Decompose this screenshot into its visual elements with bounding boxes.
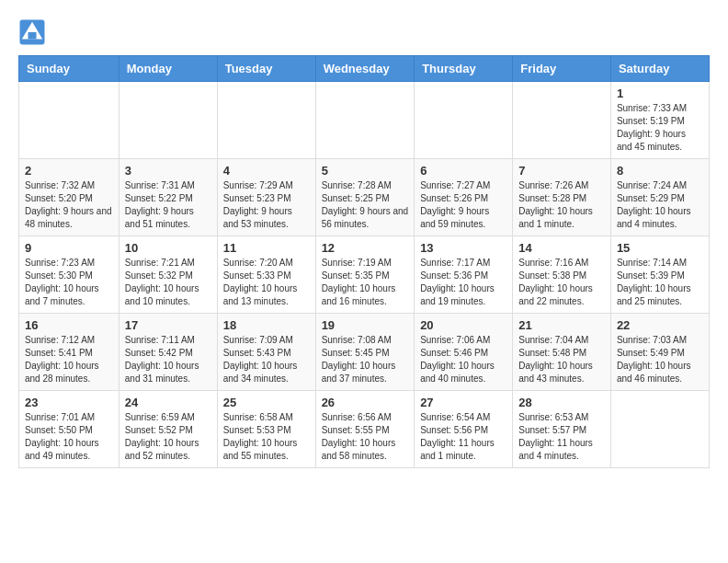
day-number: 3 bbox=[125, 164, 211, 178]
day-number: 15 bbox=[617, 241, 703, 255]
weekday-header: Wednesday bbox=[315, 56, 415, 82]
day-info: Sunrise: 7:19 AM Sunset: 5:35 PM Dayligh… bbox=[322, 257, 409, 308]
calendar-cell: 12Sunrise: 7:19 AM Sunset: 5:35 PM Dayli… bbox=[315, 236, 415, 314]
day-info: Sunrise: 7:11 AM Sunset: 5:42 PM Dayligh… bbox=[125, 334, 211, 385]
day-info: Sunrise: 7:21 AM Sunset: 5:32 PM Dayligh… bbox=[125, 257, 211, 308]
calendar-cell bbox=[217, 82, 315, 159]
calendar-cell: 4Sunrise: 7:29 AM Sunset: 5:23 PM Daylig… bbox=[217, 159, 315, 236]
calendar-cell: 15Sunrise: 7:14 AM Sunset: 5:39 PM Dayli… bbox=[610, 236, 709, 314]
day-number: 12 bbox=[322, 241, 409, 255]
day-number: 5 bbox=[322, 164, 409, 178]
calendar-cell: 6Sunrise: 7:27 AM Sunset: 5:26 PM Daylig… bbox=[415, 159, 513, 236]
day-number: 1 bbox=[617, 86, 703, 100]
day-info: Sunrise: 7:01 AM Sunset: 5:50 PM Dayligh… bbox=[25, 411, 113, 463]
day-info: Sunrise: 6:59 AM Sunset: 5:52 PM Dayligh… bbox=[125, 411, 211, 463]
day-info: Sunrise: 7:31 AM Sunset: 5:22 PM Dayligh… bbox=[125, 179, 211, 231]
calendar-cell: 5Sunrise: 7:28 AM Sunset: 5:25 PM Daylig… bbox=[315, 159, 415, 236]
calendar-cell: 27Sunrise: 6:54 AM Sunset: 5:56 PM Dayli… bbox=[415, 391, 513, 468]
day-number: 27 bbox=[420, 396, 506, 409]
calendar-cell: 19Sunrise: 7:08 AM Sunset: 5:45 PM Dayli… bbox=[315, 314, 415, 391]
day-number: 22 bbox=[617, 318, 703, 332]
calendar-table: SundayMondayTuesdayWednesdayThursdayFrid… bbox=[18, 55, 710, 468]
day-info: Sunrise: 7:08 AM Sunset: 5:45 PM Dayligh… bbox=[322, 334, 409, 385]
calendar-cell: 2Sunrise: 7:32 AM Sunset: 5:20 PM Daylig… bbox=[19, 159, 119, 236]
day-info: Sunrise: 7:32 AM Sunset: 5:20 PM Dayligh… bbox=[25, 179, 113, 231]
day-number: 6 bbox=[420, 164, 506, 178]
day-info: Sunrise: 7:24 AM Sunset: 5:29 PM Dayligh… bbox=[617, 179, 703, 231]
day-info: Sunrise: 6:53 AM Sunset: 5:57 PM Dayligh… bbox=[518, 411, 605, 463]
calendar-week-row: 9Sunrise: 7:23 AM Sunset: 5:30 PM Daylig… bbox=[19, 236, 710, 314]
day-info: Sunrise: 7:04 AM Sunset: 5:48 PM Dayligh… bbox=[518, 334, 605, 385]
calendar-cell bbox=[119, 82, 217, 159]
day-number: 14 bbox=[518, 241, 605, 255]
calendar-cell bbox=[610, 391, 709, 468]
day-info: Sunrise: 7:09 AM Sunset: 5:43 PM Dayligh… bbox=[223, 334, 310, 385]
day-info: Sunrise: 7:20 AM Sunset: 5:33 PM Dayligh… bbox=[223, 257, 310, 308]
calendar-cell: 26Sunrise: 6:56 AM Sunset: 5:55 PM Dayli… bbox=[315, 391, 415, 468]
weekday-header: Saturday bbox=[610, 56, 709, 82]
day-number: 16 bbox=[25, 318, 113, 332]
day-number: 26 bbox=[322, 396, 409, 409]
day-info: Sunrise: 6:56 AM Sunset: 5:55 PM Dayligh… bbox=[322, 411, 409, 463]
day-number: 20 bbox=[420, 318, 506, 332]
day-info: Sunrise: 7:26 AM Sunset: 5:28 PM Dayligh… bbox=[518, 179, 605, 231]
weekday-header: Monday bbox=[119, 56, 217, 82]
svg-rect-2 bbox=[28, 32, 37, 40]
day-number: 11 bbox=[223, 241, 310, 255]
weekday-header: Friday bbox=[513, 56, 611, 82]
calendar-cell: 13Sunrise: 7:17 AM Sunset: 5:36 PM Dayli… bbox=[415, 236, 513, 314]
day-info: Sunrise: 6:58 AM Sunset: 5:53 PM Dayligh… bbox=[223, 411, 310, 463]
logo bbox=[18, 18, 48, 46]
day-number: 7 bbox=[518, 164, 605, 178]
calendar-cell bbox=[513, 82, 611, 159]
page-header bbox=[18, 18, 710, 46]
calendar-week-row: 23Sunrise: 7:01 AM Sunset: 5:50 PM Dayli… bbox=[19, 391, 710, 468]
day-number: 19 bbox=[322, 318, 409, 332]
day-info: Sunrise: 7:29 AM Sunset: 5:23 PM Dayligh… bbox=[223, 179, 310, 231]
day-info: Sunrise: 7:28 AM Sunset: 5:25 PM Dayligh… bbox=[322, 179, 409, 231]
calendar-cell: 9Sunrise: 7:23 AM Sunset: 5:30 PM Daylig… bbox=[19, 236, 119, 314]
calendar-week-row: 2Sunrise: 7:32 AM Sunset: 5:20 PM Daylig… bbox=[19, 159, 710, 236]
calendar-cell bbox=[19, 82, 119, 159]
day-info: Sunrise: 7:17 AM Sunset: 5:36 PM Dayligh… bbox=[420, 257, 506, 308]
day-info: Sunrise: 7:23 AM Sunset: 5:30 PM Dayligh… bbox=[25, 257, 113, 308]
calendar-header-row: SundayMondayTuesdayWednesdayThursdayFrid… bbox=[19, 56, 710, 82]
day-info: Sunrise: 7:12 AM Sunset: 5:41 PM Dayligh… bbox=[25, 334, 113, 385]
calendar-cell: 16Sunrise: 7:12 AM Sunset: 5:41 PM Dayli… bbox=[19, 314, 119, 391]
day-number: 13 bbox=[420, 241, 506, 255]
calendar-week-row: 1Sunrise: 7:33 AM Sunset: 5:19 PM Daylig… bbox=[19, 82, 710, 159]
calendar-cell: 22Sunrise: 7:03 AM Sunset: 5:49 PM Dayli… bbox=[610, 314, 709, 391]
calendar-cell: 23Sunrise: 7:01 AM Sunset: 5:50 PM Dayli… bbox=[19, 391, 119, 468]
day-number: 2 bbox=[25, 164, 113, 178]
day-info: Sunrise: 7:14 AM Sunset: 5:39 PM Dayligh… bbox=[617, 257, 703, 308]
calendar-cell: 1Sunrise: 7:33 AM Sunset: 5:19 PM Daylig… bbox=[610, 82, 709, 159]
day-number: 28 bbox=[518, 396, 605, 409]
day-number: 10 bbox=[125, 241, 211, 255]
day-number: 25 bbox=[223, 396, 310, 409]
day-info: Sunrise: 7:33 AM Sunset: 5:19 PM Dayligh… bbox=[617, 102, 703, 154]
calendar-cell: 10Sunrise: 7:21 AM Sunset: 5:32 PM Dayli… bbox=[119, 236, 217, 314]
calendar-cell: 18Sunrise: 7:09 AM Sunset: 5:43 PM Dayli… bbox=[217, 314, 315, 391]
day-number: 9 bbox=[25, 241, 113, 255]
calendar-cell: 8Sunrise: 7:24 AM Sunset: 5:29 PM Daylig… bbox=[610, 159, 709, 236]
day-number: 18 bbox=[223, 318, 310, 332]
day-number: 17 bbox=[125, 318, 211, 332]
calendar-cell: 14Sunrise: 7:16 AM Sunset: 5:38 PM Dayli… bbox=[513, 236, 611, 314]
day-number: 4 bbox=[223, 164, 310, 178]
calendar-cell: 28Sunrise: 6:53 AM Sunset: 5:57 PM Dayli… bbox=[513, 391, 611, 468]
calendar-cell: 7Sunrise: 7:26 AM Sunset: 5:28 PM Daylig… bbox=[513, 159, 611, 236]
calendar-cell: 25Sunrise: 6:58 AM Sunset: 5:53 PM Dayli… bbox=[217, 391, 315, 468]
day-number: 8 bbox=[617, 164, 703, 178]
calendar-week-row: 16Sunrise: 7:12 AM Sunset: 5:41 PM Dayli… bbox=[19, 314, 710, 391]
calendar-cell: 3Sunrise: 7:31 AM Sunset: 5:22 PM Daylig… bbox=[119, 159, 217, 236]
weekday-header: Thursday bbox=[415, 56, 513, 82]
weekday-header: Sunday bbox=[19, 56, 119, 82]
day-info: Sunrise: 7:06 AM Sunset: 5:46 PM Dayligh… bbox=[420, 334, 506, 385]
day-number: 21 bbox=[518, 318, 605, 332]
day-info: Sunrise: 7:16 AM Sunset: 5:38 PM Dayligh… bbox=[518, 257, 605, 308]
weekday-header: Tuesday bbox=[217, 56, 315, 82]
day-number: 24 bbox=[125, 396, 211, 409]
calendar-cell bbox=[415, 82, 513, 159]
calendar-cell: 17Sunrise: 7:11 AM Sunset: 5:42 PM Dayli… bbox=[119, 314, 217, 391]
calendar-cell: 20Sunrise: 7:06 AM Sunset: 5:46 PM Dayli… bbox=[415, 314, 513, 391]
